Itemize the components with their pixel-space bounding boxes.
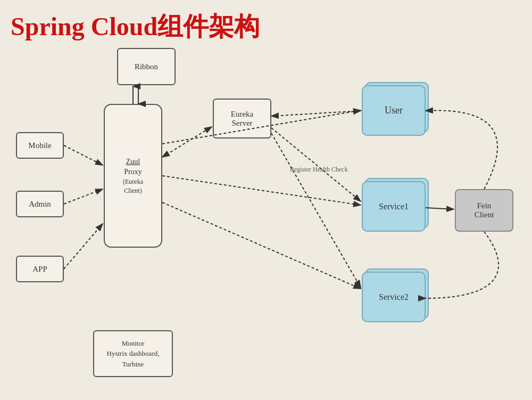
fein-node: FeinClient <box>455 189 513 232</box>
monitor-node: MonitorHystrix dashboard,Turbine <box>93 330 173 377</box>
zuul-node: Zuul Proxy (Eureka Client) <box>104 104 162 248</box>
service2-front: Service2 <box>362 272 426 322</box>
fein-to-service2-arc <box>426 232 498 298</box>
ribbon-node: Ribbon <box>117 48 176 85</box>
mobile-node: Mobile <box>16 132 64 159</box>
service1-label: Service1 <box>379 202 409 211</box>
fein-label: FeinClient <box>475 201 494 219</box>
admin-to-zuul-arrow <box>64 189 103 204</box>
mobile-label: Mobile <box>28 141 51 150</box>
monitor-label: MonitorHystrix dashboard,Turbine <box>107 338 160 370</box>
zuul-to-eureka-arrow <box>162 127 212 157</box>
service1-front: Service1 <box>362 181 426 232</box>
service2-label: Service2 <box>379 292 409 302</box>
admin-label: Admin <box>29 200 51 209</box>
user-label: User <box>385 105 403 116</box>
page-title: Spring Cloud组件架构 <box>11 10 260 44</box>
eureka-to-service1-arrow <box>271 128 361 201</box>
diagram-arrows <box>0 0 532 400</box>
admin-node: Admin <box>16 191 64 217</box>
zuul-to-service2-arrow <box>162 202 361 289</box>
mobile-to-zuul-arrow <box>64 145 103 165</box>
zuul-to-service1-arrow <box>162 176 361 205</box>
eureka-node: EurekaServer <box>213 99 271 138</box>
fein-to-user-arc <box>426 110 497 189</box>
eureka-to-service2-arrow <box>271 133 361 288</box>
eureka-to-user-arrow <box>271 111 361 116</box>
register-health-label: Register Health Check <box>290 165 348 174</box>
eureka-label: EurekaServer <box>231 110 253 128</box>
ribbon-label: Ribbon <box>135 62 158 71</box>
app-node: APP <box>16 256 64 282</box>
zuul-label: Zuul Proxy (Eureka Client) <box>123 157 143 195</box>
service1-to-fein-arrow <box>426 208 454 209</box>
user-front: User <box>362 85 426 136</box>
app-label: APP <box>32 265 47 274</box>
app-to-zuul-arrow <box>64 224 103 269</box>
